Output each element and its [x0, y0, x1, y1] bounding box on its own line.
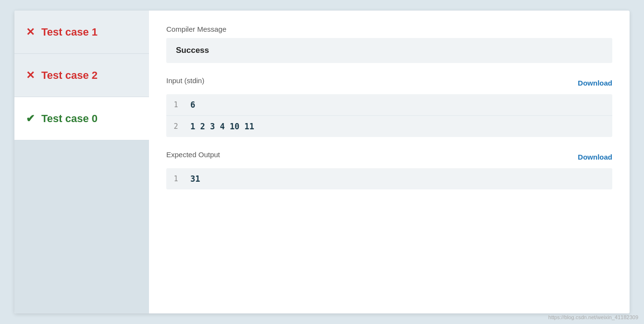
input-code-1: 6 — [186, 94, 200, 115]
input-label: Input (stdin) — [166, 76, 204, 85]
input-download-link[interactable]: Download — [578, 79, 612, 87]
test-case-0-label: Test case 0 — [41, 112, 98, 125]
sidebar-item-test-case-2[interactable]: ✕ Test case 2 — [14, 54, 149, 97]
pass-icon-0: ✔ — [26, 112, 35, 125]
output-label: Expected Output — [166, 150, 220, 159]
compiler-message-label: Compiler Message — [166, 25, 612, 33]
input-code-2: 1 2 3 4 10 11 — [186, 116, 259, 137]
compiler-message-box: Success — [166, 38, 612, 63]
sidebar: ✕ Test case 1 ✕ Test case 2 ✔ Test case … — [14, 11, 149, 313]
input-line-1: 1 6 — [166, 94, 612, 116]
output-download-link[interactable]: Download — [578, 153, 612, 161]
sidebar-bottom-area — [14, 140, 149, 313]
output-code-box: 1 31 — [166, 168, 612, 189]
output-line-1: 1 31 — [166, 168, 612, 189]
sidebar-item-test-case-1[interactable]: ✕ Test case 1 — [14, 11, 149, 54]
input-section-header: Input (stdin) Download — [166, 76, 612, 89]
input-line-number-1: 1 — [166, 95, 186, 115]
input-line-2: 2 1 2 3 4 10 11 — [166, 116, 612, 137]
output-line-number-1: 1 — [166, 169, 186, 189]
output-section: Expected Output Download 1 31 — [166, 150, 612, 189]
input-line-number-2: 2 — [166, 116, 186, 137]
output-code-1: 31 — [186, 168, 205, 189]
test-case-1-label: Test case 1 — [41, 26, 98, 38]
main-container: ✕ Test case 1 ✕ Test case 2 ✔ Test case … — [14, 11, 630, 313]
output-section-header: Expected Output Download — [166, 150, 612, 163]
compiler-message-section: Compiler Message Success — [166, 25, 612, 63]
sidebar-item-test-case-0[interactable]: ✔ Test case 0 — [14, 97, 149, 140]
compiler-message-value: Success — [176, 46, 209, 55]
watermark: https://blog.csdn.net/weixin_41182309 — [548, 314, 638, 320]
fail-icon-1: ✕ — [26, 26, 35, 38]
input-section: Input (stdin) Download 1 6 2 1 2 3 4 10 … — [166, 76, 612, 137]
fail-icon-2: ✕ — [26, 69, 35, 82]
test-case-2-label: Test case 2 — [41, 69, 98, 82]
main-content: Compiler Message Success Input (stdin) D… — [149, 11, 630, 313]
input-code-box: 1 6 2 1 2 3 4 10 11 — [166, 94, 612, 137]
